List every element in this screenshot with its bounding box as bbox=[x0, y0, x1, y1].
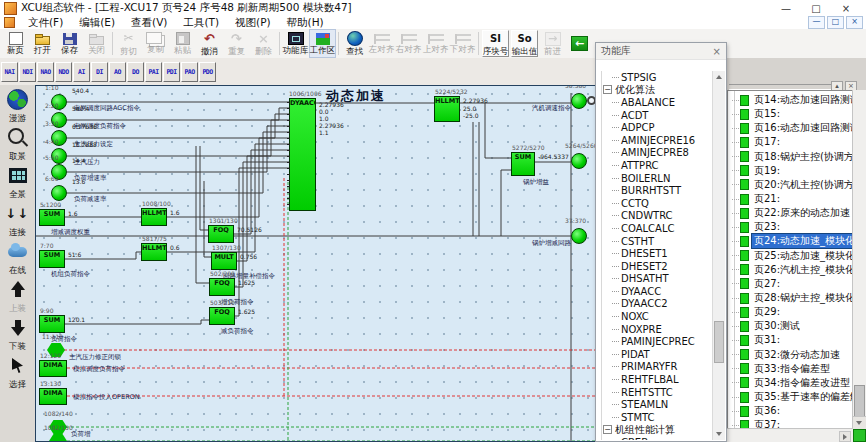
input-node-6[interactable] bbox=[51, 185, 67, 201]
block-foq[interactable]: FOQ bbox=[209, 307, 235, 325]
toolbar-button-new-page[interactable]: 新页 bbox=[2, 29, 29, 58]
maximize-button[interactable]: □ bbox=[810, 3, 822, 14]
block-foq[interactable]: FOQ bbox=[209, 278, 235, 296]
lib-item-17[interactable]: DYAACC bbox=[603, 285, 713, 298]
page-item-3[interactable]: 页17: bbox=[728, 135, 852, 149]
scroll-right-icon[interactable] bbox=[839, 431, 851, 442]
block-mult[interactable]: MULT bbox=[211, 252, 237, 270]
toolbar-button-copy[interactable]: 复制 bbox=[142, 29, 169, 58]
tool-overview[interactable]: 全景 bbox=[1, 162, 34, 200]
page-list-vscrollbar[interactable] bbox=[852, 90, 866, 429]
toolbar-button-output-value[interactable]: So输出值 bbox=[511, 30, 538, 57]
page-item-22[interactable]: 页36: bbox=[728, 404, 852, 418]
page-item-21[interactable]: 页35:基于速率的偏差触发型 bbox=[728, 390, 852, 404]
tool-online[interactable]: 在线 bbox=[1, 238, 34, 276]
lib-item-7[interactable]: ATTPRC bbox=[603, 159, 713, 172]
toolbar-button-align-top[interactable]: 上对齐 bbox=[422, 29, 449, 58]
lib-item-6[interactable]: AMINJECPRE8 bbox=[603, 147, 713, 160]
toolbar-button-forward[interactable]: →前进 bbox=[539, 29, 566, 58]
toolbar-button-back[interactable]: ← bbox=[566, 29, 593, 58]
toolbar-button-workspace[interactable]: 工作区 bbox=[309, 29, 336, 58]
io-button-ao[interactable]: AO bbox=[109, 62, 126, 82]
lib-item-20[interactable]: NOXPRE bbox=[603, 323, 713, 336]
page-list-hscrollbar[interactable] bbox=[727, 428, 853, 442]
toolbar-button-func-lib[interactable]: 功能库 bbox=[282, 29, 309, 58]
page-item-18[interactable]: 页32:微分动态加速 bbox=[728, 348, 852, 362]
page-item-2[interactable]: 页16:动态加速回路测试_2 bbox=[728, 121, 852, 135]
lib-item-18[interactable]: DYAACC2 bbox=[603, 298, 713, 311]
tool-roam[interactable]: 漫游 bbox=[1, 86, 34, 124]
scroll-down-icon[interactable] bbox=[716, 432, 722, 436]
page-item-17[interactable]: 页31: bbox=[728, 333, 852, 347]
lib-item-4[interactable]: ADPCP bbox=[603, 121, 713, 134]
lib-item-13[interactable]: CSTHT bbox=[603, 235, 713, 248]
toolbar-button-seq-block-no[interactable]: SI序块号 bbox=[482, 30, 509, 57]
lib-item-3[interactable]: ACDT bbox=[603, 109, 713, 122]
toolbar-button-align-left[interactable]: 左对齐 bbox=[368, 29, 395, 58]
lib-item-12[interactable]: COALCALC bbox=[603, 222, 713, 235]
lib-item-26[interactable]: STEAMLN bbox=[603, 398, 713, 411]
tool-connect[interactable]: ↓↓连接 bbox=[1, 200, 34, 238]
lib-item-16[interactable]: DHSATHT bbox=[603, 273, 713, 286]
toolbar-button-save[interactable]: 保存 bbox=[56, 29, 83, 58]
lib-item-10[interactable]: CCTQ bbox=[603, 197, 713, 210]
page-item-7[interactable]: 页21: bbox=[728, 192, 852, 206]
lib-item-28[interactable]: −机组性能计算 bbox=[603, 424, 713, 437]
lib-item-11[interactable]: CNDWTRC bbox=[603, 210, 713, 223]
block-sum[interactable]: SUM bbox=[39, 315, 65, 333]
minimize-button[interactable]: — bbox=[780, 3, 792, 14]
block-dima[interactable]: DIMA bbox=[39, 360, 67, 377]
block-sum[interactable]: SUM bbox=[511, 152, 535, 176]
mdi-restore-button[interactable]: □ bbox=[827, 16, 844, 29]
page-item-8[interactable]: 页22:原来的动态加速 bbox=[728, 206, 852, 220]
menu-item-1[interactable]: 编辑(E) bbox=[71, 16, 123, 30]
page-item-10[interactable]: 页24:动态加速_模块化 bbox=[728, 234, 852, 248]
lib-item-8[interactable]: BOILERLN bbox=[603, 172, 713, 185]
lib-item-19[interactable]: NOXC bbox=[603, 310, 713, 323]
page-item-13[interactable]: 页27: bbox=[728, 277, 852, 291]
block-hllmt[interactable]: HLLMT bbox=[141, 243, 167, 261]
block-sum[interactable]: SUM bbox=[39, 250, 65, 268]
menu-item-5[interactable]: 帮助(H) bbox=[279, 16, 332, 30]
lib-item-14[interactable]: DHESET1 bbox=[603, 247, 713, 260]
lib-item-27[interactable]: STMTC bbox=[603, 411, 713, 424]
lib-item-1[interactable]: −优化算法 bbox=[603, 84, 713, 97]
tool-select[interactable]: 选择 bbox=[1, 352, 34, 390]
io-button-ndo[interactable]: NDO bbox=[55, 62, 72, 82]
menu-item-2[interactable]: 查看(V) bbox=[123, 16, 175, 30]
function-library-close-icon[interactable]: × bbox=[713, 46, 721, 57]
page-item-0[interactable]: 页14:动态加速回路测试_1 bbox=[728, 93, 852, 107]
page-item-9[interactable]: 页23: bbox=[728, 220, 852, 234]
tool-download[interactable]: 下装 bbox=[1, 314, 34, 352]
lib-item-24[interactable]: REHTFLBAL bbox=[603, 373, 713, 386]
page-item-4[interactable]: 页18:锅炉主控(协调方式) bbox=[728, 150, 852, 164]
block-dima[interactable]: DIMA bbox=[39, 388, 67, 405]
toolbar-button-cut[interactable]: ✂剪切 bbox=[115, 29, 142, 58]
output-node-1[interactable] bbox=[571, 93, 587, 109]
io-button-pao[interactable]: PAO bbox=[181, 62, 198, 82]
tool-upload[interactable]: 上装 bbox=[1, 276, 34, 314]
tool-viewfinder[interactable]: 取景 bbox=[1, 124, 34, 162]
lib-item-22[interactable]: PIDAT bbox=[603, 348, 713, 361]
toolbar-button-align-right[interactable]: 右对齐 bbox=[395, 29, 422, 58]
lib-item-5[interactable]: AMINJECPRE16 bbox=[603, 134, 713, 147]
lib-item-21[interactable]: PAMINJECPREC bbox=[603, 335, 713, 348]
mdi-close-button[interactable]: × bbox=[846, 16, 863, 29]
toolbar-button-align-bottom[interactable]: 下对齐 bbox=[449, 29, 476, 58]
lib-item-23[interactable]: PRIMARYFR bbox=[603, 361, 713, 374]
toolbar-button-redo[interactable]: ↷重复 bbox=[223, 29, 250, 58]
page-item-5[interactable]: 页19: bbox=[728, 164, 852, 178]
page-item-14[interactable]: 页28:锅炉主控_模块化 bbox=[728, 291, 852, 305]
menu-item-4[interactable]: 视图(P) bbox=[227, 16, 279, 30]
lib-item-0[interactable]: STPSIG bbox=[603, 71, 713, 84]
scrollbar-thumb[interactable] bbox=[854, 385, 865, 417]
block-foq[interactable]: FOQ bbox=[208, 225, 234, 243]
io-button-pai[interactable]: PAI bbox=[145, 62, 162, 82]
page-item-19[interactable]: 页33:指令偏差型 bbox=[728, 362, 852, 376]
io-button-ndi[interactable]: NDI bbox=[19, 62, 36, 82]
page-item-11[interactable]: 页25:动态加速_模块化2 bbox=[728, 249, 852, 263]
page-item-1[interactable]: 页15: bbox=[728, 107, 852, 121]
scrollbar-thumb[interactable] bbox=[714, 321, 724, 363]
lib-item-25[interactable]: REHTSTTC bbox=[603, 386, 713, 399]
mdi-minimize-button[interactable]: — bbox=[808, 16, 825, 29]
